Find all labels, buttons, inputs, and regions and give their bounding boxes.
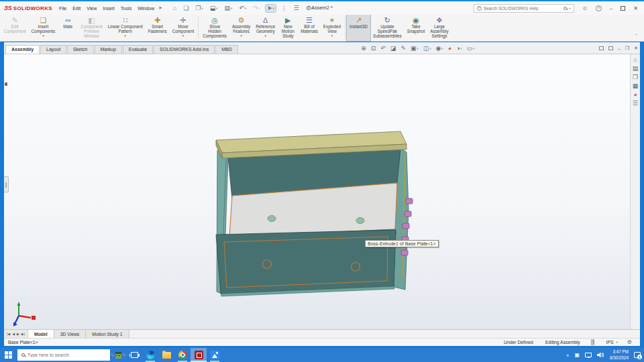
save-button[interactable]: ⬓▾ bbox=[209, 5, 219, 12]
frankenstein-app-icon[interactable]: ϟ ϟ bbox=[110, 348, 126, 362]
search-caret-icon[interactable]: ▾ bbox=[569, 7, 570, 10]
tab-model[interactable]: Model bbox=[28, 330, 54, 338]
graphics-area[interactable]: Boss-Extrude1 of Base Plate<1> ⌂ ▤ ❐ ▦ ◕… bbox=[4, 54, 640, 329]
tab-solidworks-add-ins[interactable]: SOLIDWORKS Add-Ins bbox=[154, 45, 215, 54]
ribbon-update-speedpak[interactable]: ↻Update SpeedPak Subassemblies bbox=[370, 15, 405, 41]
ribbon-component-preview-window[interactable]: ◧Component Preview Window bbox=[78, 15, 105, 41]
ribbon-linear-component-pattern[interactable]: ∷Linear Component Pattern▾ bbox=[105, 15, 146, 41]
account-icon[interactable]: ☺ bbox=[580, 5, 590, 11]
apply-scene-icon[interactable]: ◑▾ bbox=[456, 45, 462, 52]
cascade-windows-icon[interactable] bbox=[608, 46, 613, 50]
tray-app-icon[interactable]: ▣ bbox=[574, 353, 580, 358]
action-center-icon[interactable]: 1 bbox=[634, 352, 641, 358]
tab-nav-prev[interactable]: ◀ bbox=[12, 332, 15, 336]
home-button[interactable]: ⌂ bbox=[172, 5, 178, 12]
select-button[interactable]: ➤▾ bbox=[266, 5, 276, 12]
edit-appearance-icon[interactable]: ◕ bbox=[448, 45, 451, 52]
speaker-icon[interactable] bbox=[597, 352, 604, 358]
tab-layout[interactable]: Layout bbox=[40, 45, 66, 54]
file-properties-button[interactable]: ☰ bbox=[292, 5, 301, 12]
ribbon-smart-fasteners[interactable]: ✚Smart Fasteners bbox=[146, 15, 170, 41]
ribbon-show-hidden-components[interactable]: ◎Show Hidden Components bbox=[200, 15, 229, 41]
tab-evaluate[interactable]: Evaluate bbox=[123, 45, 153, 54]
solidworks-resources-icon[interactable]: ⌂ bbox=[633, 56, 637, 63]
maximize-button[interactable] bbox=[621, 6, 625, 11]
ribbon-mate[interactable]: ∾Mate bbox=[58, 15, 78, 41]
file-explorer-taskbar-icon[interactable] bbox=[158, 348, 174, 362]
tab-nav-first[interactable]: |◀ bbox=[7, 332, 10, 336]
view-settings-icon[interactable]: ▭▾ bbox=[467, 45, 475, 52]
design-library-icon[interactable]: ▤ bbox=[633, 65, 639, 72]
tab-markup[interactable]: Markup bbox=[95, 45, 122, 54]
panel-pin-icon[interactable] bbox=[5, 82, 7, 86]
status-units[interactable]: IPS bbox=[606, 340, 614, 345]
minimize-button[interactable]: – bbox=[608, 5, 614, 11]
ribbon-instant3d[interactable]: ↗Instant3D bbox=[347, 15, 370, 41]
zoom-to-area-icon[interactable]: ⊡ bbox=[371, 45, 376, 52]
chrome-taskbar-icon[interactable] bbox=[174, 348, 191, 362]
units-caret-icon[interactable]: ▾ bbox=[616, 341, 618, 344]
menu-view[interactable]: View bbox=[87, 6, 97, 11]
zoom-to-fit-icon[interactable]: ⊕ bbox=[361, 45, 366, 52]
appearances-scenes-icon[interactable]: ◕ bbox=[633, 91, 637, 98]
ribbon-new-motion-study[interactable]: ▶New Motion Study bbox=[278, 15, 298, 41]
menu-file[interactable]: File bbox=[59, 6, 66, 11]
new-window-icon[interactable] bbox=[599, 46, 604, 50]
doc-restore-button[interactable]: ❐ bbox=[625, 46, 629, 51]
tab-assembly[interactable]: Assembly bbox=[5, 45, 40, 54]
tab-3d-views[interactable]: 3D Views bbox=[54, 330, 87, 338]
ribbon-assembly-features[interactable]: ⚙Assembly Features▾ bbox=[229, 15, 253, 41]
redo-button[interactable]: ↷▾ bbox=[252, 5, 262, 12]
view-orientation-icon[interactable]: ▣▾ bbox=[411, 45, 419, 52]
tab-nav-last[interactable]: ▶| bbox=[21, 332, 25, 336]
menu-pin-icon[interactable]: ➤ bbox=[158, 5, 162, 11]
hide-show-items-icon[interactable]: ◉▾ bbox=[435, 45, 443, 52]
custom-properties-icon[interactable]: ☰ bbox=[633, 100, 638, 107]
menu-edit[interactable]: Edit bbox=[72, 6, 80, 11]
undo-button[interactable]: ↶▾ bbox=[237, 5, 248, 12]
tab-nav-next[interactable]: ▶ bbox=[17, 332, 19, 336]
menu-tools[interactable]: Tools bbox=[121, 6, 131, 11]
ribbon-collapse-chevron[interactable]: ˆ bbox=[630, 33, 643, 41]
help-search-box[interactable]: ? ▾ bbox=[474, 4, 574, 13]
display-style-icon[interactable]: ◫▾ bbox=[423, 45, 431, 52]
previous-view-icon[interactable]: ↶ bbox=[380, 45, 386, 52]
view-palette-icon[interactable]: ▦ bbox=[633, 82, 639, 89]
open-button[interactable]: ❐▾ bbox=[194, 5, 204, 12]
help-icon[interactable]: ? bbox=[596, 5, 602, 11]
3d-drawing-view-icon[interactable]: ✎ bbox=[400, 45, 406, 52]
taskbar-search-box[interactable] bbox=[17, 349, 110, 361]
new-document-button[interactable]: ❏ bbox=[182, 5, 190, 12]
ribbon-insert-components[interactable]: ❏Insert Components▾ bbox=[29, 15, 58, 41]
print-button[interactable]: ▤▾ bbox=[223, 5, 234, 12]
doc-minimize-button[interactable]: – bbox=[618, 46, 621, 51]
ribbon-edit-component[interactable]: ✎Edit Component bbox=[1, 15, 29, 41]
rebuild-button[interactable]: ⋮ bbox=[280, 5, 288, 12]
feature-tree-splitter-handle[interactable] bbox=[4, 176, 9, 192]
menu-window[interactable]: Window bbox=[138, 6, 154, 11]
file-explorer-icon[interactable]: ❐ bbox=[633, 74, 638, 80]
network-icon[interactable] bbox=[585, 353, 592, 357]
taskbar-search-input[interactable] bbox=[28, 353, 106, 357]
status-options-icon[interactable]: ⚙ bbox=[627, 339, 632, 345]
taskbar-clock[interactable]: 3:47 PM 8/30/2024 bbox=[610, 349, 629, 360]
hidden-icons-chevron[interactable]: ∧ bbox=[566, 353, 569, 357]
task-view-button[interactable] bbox=[126, 348, 142, 362]
help-search-input[interactable] bbox=[484, 6, 562, 11]
edge-taskbar-icon[interactable] bbox=[142, 348, 158, 362]
ribbon-move-component[interactable]: ✛Move Component▾ bbox=[170, 15, 197, 41]
menu-insert[interactable]: Insert bbox=[103, 6, 115, 11]
section-view-icon[interactable]: ◪ bbox=[390, 45, 396, 52]
start-button[interactable] bbox=[0, 348, 16, 362]
assembly-model[interactable] bbox=[4, 54, 640, 329]
tab-motion-study-1[interactable]: Motion Study 1 bbox=[86, 330, 129, 338]
close-button[interactable]: ✕ bbox=[631, 5, 640, 11]
photos-taskbar-icon[interactable] bbox=[207, 348, 223, 362]
ribbon-bill-of-materials[interactable]: ☰Bill of Materials bbox=[298, 15, 321, 41]
ribbon-exploded-view[interactable]: ✶Exploded View▾ bbox=[321, 15, 343, 41]
doc-close-button[interactable]: ✕ bbox=[634, 46, 638, 51]
ribbon-reference-geometry[interactable]: ∆Reference Geometry▾ bbox=[253, 15, 278, 41]
solidworks-taskbar-icon[interactable] bbox=[191, 348, 207, 362]
ribbon-take-snapshot[interactable]: ◉Take Snapshot bbox=[405, 15, 428, 41]
ribbon-large-assembly-settings[interactable]: ❖Large Assembly Settings bbox=[427, 15, 451, 41]
